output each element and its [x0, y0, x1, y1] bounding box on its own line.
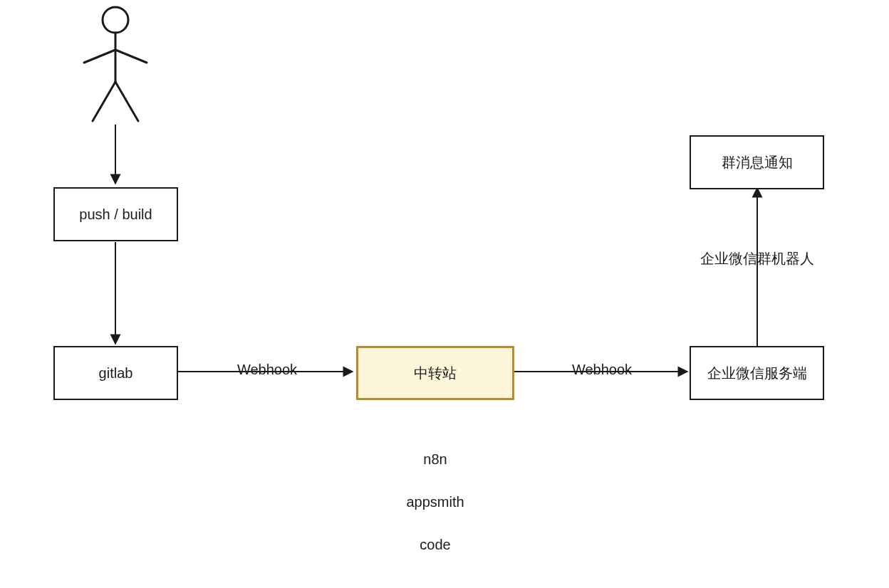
node-group-notice: 群消息通知 — [690, 135, 824, 189]
node-push-build: push / build — [53, 187, 178, 241]
actor-icon — [84, 7, 147, 121]
node-gitlab-label: gitlab — [99, 365, 133, 382]
flow-diagram: push / build gitlab 中转站 企业微信服务端 群消息通知 We… — [0, 0, 889, 588]
edge-wecom-bot-label: 企业微信群机器人 — [700, 248, 814, 269]
node-relay-label: 中转站 — [414, 364, 457, 383]
relay-option-3: code — [356, 534, 514, 555]
relay-option-2: appsmith — [356, 491, 514, 513]
svg-line-3 — [115, 50, 147, 63]
node-group-notice-label: 群消息通知 — [722, 153, 793, 172]
edge-webhook1-label: Webhook — [214, 359, 321, 380]
edge-webhook2-label: Webhook — [549, 359, 655, 380]
node-wecom-server: 企业微信服务端 — [690, 346, 824, 400]
svg-line-5 — [115, 82, 138, 121]
relay-option-1: n8n — [356, 448, 514, 470]
svg-line-4 — [93, 82, 115, 121]
node-relay: 中转站 — [356, 346, 514, 400]
svg-line-2 — [84, 50, 115, 63]
svg-point-0 — [103, 7, 128, 33]
node-push-build-label: push / build — [79, 206, 152, 223]
node-wecom-server-label: 企业微信服务端 — [707, 364, 807, 383]
node-gitlab: gitlab — [53, 346, 178, 400]
